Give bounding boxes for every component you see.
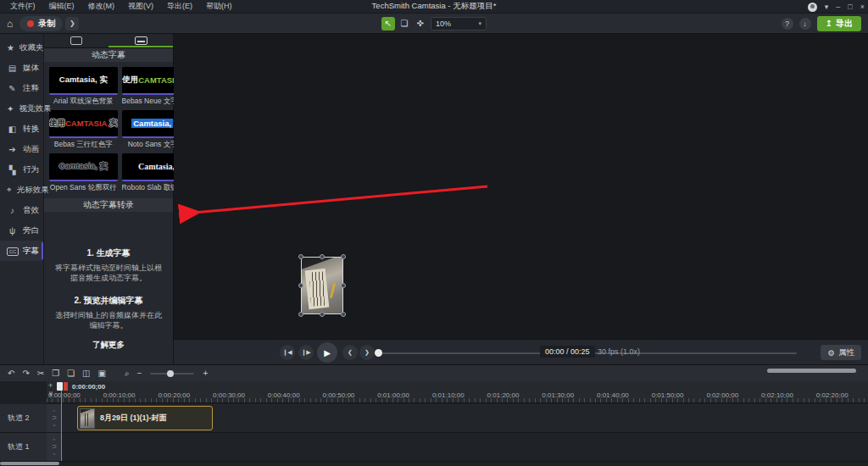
avatar-caret-icon[interactable]: ▾ — [825, 3, 829, 11]
playback-bar: ❙◀❙▶▶❮❯ 00:00 / 00:25 30 fps (1.0x) ⚙ 属性 — [174, 339, 868, 364]
sidebar-item-cursor-effects[interactable]: ⌖光标效果 — [0, 180, 43, 200]
split-icon[interactable]: ◫ — [82, 369, 90, 378]
menu-item[interactable]: 文件(F) — [3, 1, 42, 12]
canvas[interactable] — [174, 34, 868, 339]
add-track-button[interactable]: + — [48, 381, 53, 390]
toolbar-right: ? ↓ ↥ 导出 — [782, 16, 861, 31]
track-lock-icon[interactable]: ⊃ — [52, 443, 57, 450]
zoom-slider-handle[interactable] — [167, 370, 174, 377]
transcribe-header: 动态字幕转录 — [44, 198, 173, 212]
step-title: 2. 预览并编辑字幕 — [53, 295, 164, 307]
tab-captions[interactable] — [44, 34, 108, 47]
track-header[interactable]: 轨道 1 — [0, 433, 47, 461]
sidebar-item-media[interactable]: ▤媒体 — [0, 58, 43, 78]
ruler-label: 0:00:30;00 — [213, 391, 245, 399]
minimize-button[interactable]: – — [836, 3, 840, 11]
selection-handle[interactable] — [341, 312, 346, 317]
caption-template[interactable]: 使用 CAMTASIA,实Bebas 三行红色字 — [49, 110, 118, 150]
step-forward-button[interactable]: ❙▶ — [298, 345, 314, 360]
sidebar-item-annotation[interactable]: ✎注释 — [0, 78, 43, 98]
sidebar-item-animations[interactable]: ➔动画 — [0, 139, 43, 159]
track-toggle-icon[interactable]: ◦ — [53, 436, 55, 443]
selection-handle[interactable] — [320, 312, 325, 317]
learn-more-link[interactable]: 了解更多 — [44, 340, 173, 351]
undo-icon[interactable]: ↶ — [8, 369, 14, 378]
transform-tool[interactable]: ❏ — [398, 17, 411, 31]
record-options-button[interactable]: ❯ — [65, 17, 79, 31]
timeline-clip[interactable]: 8月29日 (1)(1)-封面 — [77, 406, 213, 430]
clip-label: 8月29日 (1)(1)-封面 — [100, 413, 167, 424]
canvas-zoom-value: 10% — [436, 19, 451, 28]
sidebar-item-audio-effects[interactable]: ♪音效 — [0, 200, 43, 220]
timeline-zoom-slider[interactable] — [150, 373, 194, 374]
copy-icon[interactable]: ❐ — [52, 369, 59, 378]
track-header[interactable]: 轨道 2 — [0, 404, 47, 432]
redo-icon[interactable]: ↷ — [22, 369, 29, 378]
user-avatar[interactable] — [808, 3, 817, 12]
menu-bar: 文件(F)编辑(E)修改(M)视图(V)导出(E)帮助(H) — [0, 1, 239, 12]
track-height-icon[interactable]: ▫ — [53, 422, 55, 429]
gear-icon: ⚙ — [827, 348, 835, 358]
magnifier-icon[interactable]: ⌕ — [125, 369, 130, 379]
cc-icon — [70, 36, 82, 45]
play-button[interactable]: ▶ — [317, 342, 337, 363]
selection-handle[interactable] — [320, 254, 325, 259]
next-button[interactable]: ❯ — [359, 345, 375, 360]
sidebar-item-captions[interactable]: CC字幕 — [0, 241, 43, 261]
tracks-scrollbar[interactable] — [0, 462, 59, 465]
sidebar-item-behaviors[interactable]: ▚行为 — [0, 159, 43, 180]
caption-template[interactable]: Camtasia, 实Arial 双线深色背景 — [49, 67, 118, 107]
help-button[interactable]: ? — [782, 18, 793, 30]
sidebar-item-transitions[interactable]: ◧转换 — [0, 119, 43, 139]
sidebar-item-visual-effects[interactable]: ✦视觉效果 — [0, 98, 43, 119]
menu-item[interactable]: 导出(E) — [160, 1, 199, 12]
maximize-button[interactable]: □ — [848, 3, 852, 11]
cut-icon[interactable]: ✂ — [37, 369, 44, 378]
track-height-icon[interactable]: ▫ — [53, 451, 55, 458]
right-column: ❙◀❙▶▶❮❯ 00:00 / 00:25 30 fps (1.0x) ⚙ 属性 — [174, 34, 868, 364]
paste-icon[interactable]: ❏ — [67, 369, 75, 378]
export-button[interactable]: ↥ 导出 — [817, 16, 861, 31]
caption-template-preview: Camtasia, 实 — [49, 153, 118, 181]
toolbar: ⌂ 录制 ❯ ↖❏✜⌗ 10% ▾ ? ↓ ↥ 导出 — [0, 14, 868, 34]
playhead-line[interactable] — [61, 391, 62, 461]
menu-item[interactable]: 帮助(H) — [199, 1, 239, 12]
selection-handle[interactable] — [341, 254, 346, 259]
caption-template[interactable]: Camtasia, 实Open Sans 轮廓双行 — [49, 153, 118, 193]
home-icon[interactable]: ⌂ — [7, 18, 13, 30]
tab-dynamic-captions[interactable] — [108, 34, 173, 47]
playhead-in-marker[interactable] — [64, 382, 68, 391]
pan-tool[interactable]: ✜ — [414, 17, 427, 31]
properties-button[interactable]: ⚙ 属性 — [821, 345, 861, 360]
zoom-out-button[interactable]: − — [137, 369, 142, 378]
record-button[interactable]: 录制 — [19, 16, 63, 31]
dynamic-captions-icon — [135, 36, 147, 45]
sidebar-item-voice[interactable]: ψ旁白 — [0, 220, 43, 241]
sidebar-item-label: 注释 — [23, 83, 39, 94]
track-toggle-icon[interactable]: ◦ — [53, 408, 55, 414]
select-tool[interactable]: ↖ — [381, 17, 395, 31]
previous-button[interactable]: ❮ — [342, 345, 358, 360]
menu-item[interactable]: 视图(V) — [121, 1, 160, 12]
menu-item[interactable]: 编辑(E) — [42, 1, 81, 12]
download-button[interactable]: ↓ — [799, 18, 811, 30]
selection-handle[interactable] — [298, 254, 303, 259]
menu-item[interactable]: 修改(M) — [81, 1, 122, 12]
playhead-marker[interactable] — [57, 382, 63, 391]
camera-icon[interactable]: ▣ — [98, 369, 106, 378]
selection-handle[interactable] — [298, 283, 303, 288]
timeline-horizontal-scrollbar[interactable] — [767, 369, 856, 373]
collapse-tracks-button[interactable]: ∨ — [48, 390, 53, 397]
canvas-zoom-dropdown[interactable]: 10% ▾ — [431, 17, 487, 31]
track-lock-icon[interactable]: ⊃ — [52, 414, 57, 421]
sidebar-item-star[interactable]: ★收藏夹 — [0, 37, 43, 58]
selection-handle[interactable] — [341, 283, 346, 288]
scrubber-handle[interactable] — [375, 349, 382, 357]
timeline-ruler[interactable]: 0:00:00;000:00:10;000:00:20;000:00:30;00… — [47, 381, 868, 403]
selected-media-object[interactable] — [301, 257, 343, 314]
zoom-in-button[interactable]: + — [203, 369, 208, 378]
ruler-label: 0:01:00;00 — [377, 391, 409, 399]
selection-handle[interactable] — [298, 312, 303, 317]
close-button[interactable]: × — [860, 3, 865, 11]
step-back-button[interactable]: ❙◀ — [280, 345, 295, 360]
